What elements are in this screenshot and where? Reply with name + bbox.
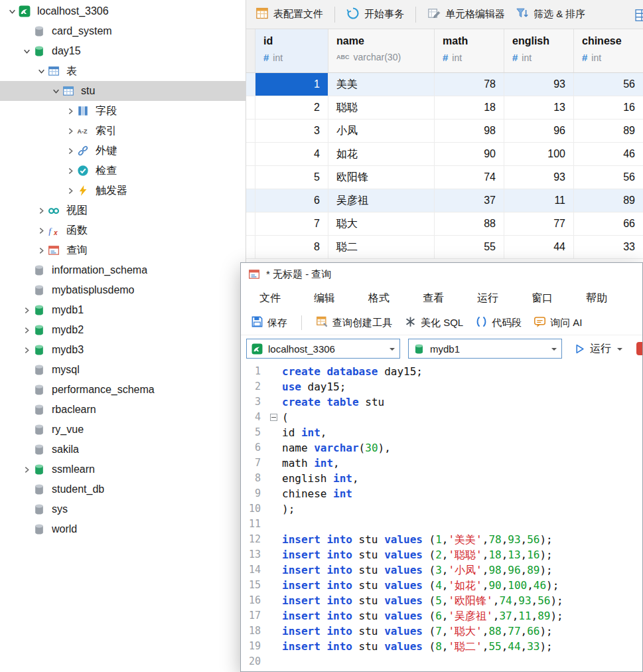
grid-cell[interactable]: 44 — [504, 236, 574, 258]
sql-line[interactable]: 13insert into stu values (2,'聪聪',18,13,1… — [241, 547, 642, 562]
chevron-right-icon[interactable] — [64, 187, 77, 195]
tree-item[interactable]: A-Z索引 — [0, 121, 246, 141]
grid-cell[interactable]: 89 — [574, 189, 643, 212]
sql-line[interactable]: 20 — [241, 654, 642, 669]
tree-item[interactable]: 表 — [0, 61, 246, 81]
tree-item[interactable]: performance_schema — [0, 380, 246, 400]
chevron-right-icon[interactable] — [35, 227, 48, 234]
grid-cell[interactable]: 3 — [255, 120, 328, 142]
grid-icon-partial[interactable] — [634, 8, 643, 25]
tree-item[interactable]: 触发器 — [0, 181, 246, 201]
sql-line[interactable]: 14insert into stu values (3,'小凤',98,96,8… — [241, 562, 642, 578]
grid-cell[interactable]: 聪二 — [328, 236, 435, 258]
grid-cell[interactable]: 1 — [255, 73, 328, 96]
tree-item[interactable]: rbaclearn — [0, 400, 246, 420]
grid-cell[interactable]: 66 — [574, 212, 643, 235]
grid-cell[interactable]: 37 — [435, 189, 504, 212]
grid-cell[interactable]: 88 — [435, 212, 504, 235]
tree-item[interactable]: 字段 — [0, 101, 246, 121]
menu-item[interactable]: 运行 — [477, 292, 498, 305]
grid-cell[interactable]: 98 — [435, 120, 504, 142]
sql-line[interactable]: 18insert into stu values (7,'聪大',88,77,6… — [241, 624, 642, 639]
tree-item[interactable]: student_db — [0, 479, 246, 499]
grid-cell[interactable]: 4 — [255, 143, 328, 165]
chevron-right-icon[interactable] — [20, 327, 33, 334]
sql-line[interactable]: 1create database day15; — [241, 364, 642, 379]
grid-cell[interactable]: 小凤 — [328, 120, 435, 142]
toolbar-button-ask-ai[interactable]: 询问 AI — [530, 313, 585, 332]
tree-item[interactable]: mybatisplusdemo — [0, 280, 246, 300]
grid-cell[interactable]: 8 — [255, 236, 328, 258]
grid-cell[interactable]: 聪大 — [328, 212, 435, 235]
sql-editor[interactable]: 1create database day15;2use day15;3creat… — [241, 362, 642, 671]
tree-item[interactable]: 外键 — [0, 141, 246, 161]
grid-cell[interactable]: 77 — [504, 212, 574, 235]
connection-select[interactable]: localhost_3306 — [246, 339, 400, 359]
column-header-chinese[interactable]: chinese#int — [574, 29, 643, 72]
toolbar-button-cell-editor[interactable]: 单元格编辑器 — [423, 4, 509, 25]
toolbar-button-snippet[interactable]: 代码段 — [472, 313, 525, 332]
grid-cell[interactable]: 56 — [574, 166, 643, 189]
menu-item[interactable]: 查看 — [423, 292, 444, 305]
row-marker[interactable] — [246, 166, 255, 189]
stop-button-partial[interactable] — [636, 342, 642, 355]
grid-cell[interactable]: 2 — [255, 96, 328, 119]
sql-line[interactable]: 8english int, — [241, 471, 642, 486]
sql-line[interactable]: 4( — [241, 410, 642, 425]
grid-cell[interactable]: 6 — [255, 189, 328, 212]
run-button[interactable]: 运行 — [570, 339, 626, 359]
tree-item[interactable]: mysql — [0, 360, 246, 380]
sql-line[interactable]: 11 — [241, 517, 642, 532]
row-marker[interactable] — [246, 143, 255, 165]
row-marker[interactable] — [246, 73, 255, 96]
chevron-down-icon[interactable] — [20, 48, 33, 55]
sql-line[interactable]: 15insert into stu values (4,'如花',90,100,… — [241, 578, 642, 593]
tree-item[interactable]: 检查 — [0, 161, 246, 181]
toolbar-button-query-builder[interactable]: 查询创建工具 — [313, 313, 395, 332]
row-marker[interactable] — [246, 96, 255, 119]
tree-item[interactable]: 视图 — [0, 201, 246, 220]
tree-item[interactable]: day15 — [0, 41, 246, 61]
chevron-right-icon[interactable] — [64, 108, 77, 115]
grid-cell[interactable]: 74 — [435, 166, 504, 189]
tree-item[interactable]: information_schema — [0, 260, 246, 280]
menu-item[interactable]: 帮助 — [586, 292, 607, 305]
row-marker[interactable] — [246, 189, 255, 212]
grid-cell[interactable]: 93 — [504, 166, 574, 189]
grid-cell[interactable]: 33 — [574, 236, 643, 258]
chevron-down-icon[interactable] — [49, 88, 62, 95]
tree-item[interactable]: mydb1 — [0, 300, 246, 320]
chevron-right-icon[interactable] — [64, 167, 77, 175]
fold-collapse-icon[interactable] — [270, 414, 277, 421]
toolbar-button-begin-transaction[interactable]: 开始事务 — [342, 4, 408, 25]
chevron-right-icon[interactable] — [20, 347, 33, 354]
grid-cell[interactable]: 11 — [504, 189, 574, 212]
grid-cell[interactable]: 96 — [504, 120, 574, 142]
column-header-id[interactable]: id#int — [255, 29, 328, 72]
menu-item[interactable]: 格式 — [368, 292, 390, 305]
row-marker[interactable] — [246, 212, 255, 235]
toolbar-button-filter-sort[interactable]: 筛选 & 排序 — [512, 4, 589, 25]
grid-cell[interactable]: 如花 — [328, 143, 435, 165]
tree-item[interactable]: world — [0, 519, 246, 539]
chevron-right-icon[interactable] — [64, 127, 77, 135]
grid-cell[interactable]: 吴彦祖 — [328, 189, 435, 212]
menu-item[interactable]: 编辑 — [314, 292, 335, 305]
tree-item[interactable]: 查询 — [0, 240, 246, 260]
row-marker[interactable] — [246, 236, 255, 258]
sql-line[interactable]: 10); — [241, 501, 642, 517]
sql-line[interactable]: 2use day15; — [241, 379, 642, 394]
tree-item[interactable]: stu — [0, 81, 246, 101]
sql-line[interactable]: 7math int, — [241, 456, 642, 471]
menu-item[interactable]: 文件 — [259, 292, 281, 305]
grid-cell[interactable]: 16 — [574, 96, 643, 119]
chevron-right-icon[interactable] — [20, 466, 33, 473]
tree-item[interactable]: localhost_3306 — [0, 1, 246, 21]
tree-item[interactable]: mydb2 — [0, 320, 246, 340]
tree-item[interactable]: ssmlearn — [0, 460, 246, 479]
toolbar-button-beautify[interactable]: 美化 SQL — [401, 313, 466, 332]
grid-cell[interactable]: 55 — [435, 236, 504, 258]
grid-cell[interactable]: 46 — [574, 143, 643, 165]
column-header-english[interactable]: english#int — [504, 29, 574, 72]
chevron-right-icon[interactable] — [35, 247, 48, 254]
